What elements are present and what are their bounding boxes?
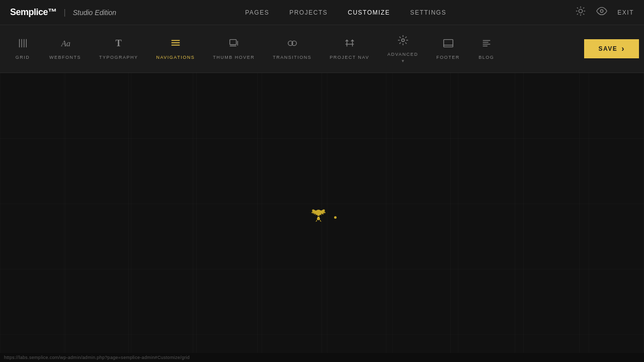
project-nav-label: PROJECT NAV <box>330 55 369 60</box>
save-arrow-icon: › <box>621 44 625 53</box>
toolbar-navigations[interactable]: NAVIGATIONS <box>147 34 204 64</box>
top-navigation: Semplice™ | Studio Edition PAGES PROJECT… <box>0 0 644 25</box>
logo-separator: | <box>64 8 66 17</box>
bg-col-10 <box>580 73 644 362</box>
thumb-hover-label: THUMB HOVER <box>213 55 255 60</box>
advanced-label: ADVANCED <box>387 52 418 57</box>
main-canvas <box>0 73 644 362</box>
nav-customize[interactable]: CUSTOMIZE <box>348 9 390 16</box>
svg-line-7 <box>577 14 578 15</box>
logo-area: Semplice™ | Studio Edition <box>10 7 116 18</box>
save-button[interactable]: SAVE › <box>584 39 639 58</box>
navigations-icon <box>170 38 181 51</box>
nav-settings[interactable]: SETTINGS <box>410 9 446 16</box>
transitions-label: TRANSITIONS <box>273 55 311 60</box>
toolbar-webfonts[interactable]: Aa WEBFONTS <box>40 34 90 64</box>
advanced-icon <box>397 35 409 48</box>
project-nav-icon <box>344 38 355 51</box>
blog-label: BLOG <box>478 55 494 60</box>
svg-point-9 <box>601 10 604 13</box>
eagle-icon <box>308 206 329 230</box>
nav-pages[interactable]: PAGES <box>245 9 269 16</box>
svg-rect-36 <box>443 40 452 47</box>
top-nav-right: EXIT <box>575 6 634 19</box>
svg-line-30 <box>399 36 400 38</box>
bg-col-1 <box>0 73 64 362</box>
bg-col-2 <box>64 73 129 362</box>
advanced-dropdown-arrow: ▼ <box>401 59 405 63</box>
svg-rect-19 <box>229 40 236 45</box>
sun-icon[interactable] <box>575 6 586 19</box>
save-label: SAVE <box>598 45 617 52</box>
bg-col-8 <box>451 73 515 362</box>
edition-label: Studio Edition <box>73 9 116 17</box>
transitions-icon <box>287 38 298 51</box>
bg-col-4 <box>193 73 258 362</box>
center-logo <box>308 206 337 230</box>
bg-col-3 <box>129 73 193 362</box>
bg-col-9 <box>515 73 580 362</box>
exit-button[interactable]: EXIT <box>617 9 634 16</box>
status-bar: https://labs.semplice.com/wp-admin/admin… <box>0 353 644 362</box>
footer-icon <box>443 38 454 51</box>
toolbar-advanced[interactable]: ADVANCED ▼ <box>378 31 427 67</box>
svg-text:Aa: Aa <box>60 39 70 48</box>
brand-logo: Semplice™ <box>10 7 57 18</box>
svg-line-31 <box>405 42 407 44</box>
grid-icon <box>17 38 28 51</box>
toolbar-thumb-hover[interactable]: THUMB HOVER <box>204 34 264 64</box>
svg-point-27 <box>401 39 405 42</box>
status-url: https://labs.semplice.com/wp-admin/admin… <box>4 355 190 360</box>
toolbar-project-nav[interactable]: PROJECT NAV <box>320 34 378 64</box>
bg-col-7 <box>386 73 451 362</box>
svg-line-35 <box>405 36 407 38</box>
loading-indicator <box>334 216 337 219</box>
svg-line-34 <box>399 42 400 44</box>
navigations-label: NAVIGATIONS <box>156 55 195 60</box>
typography-label: TYPOGRAPHY <box>99 55 138 60</box>
main-nav: PAGES PROJECTS CUSTOMIZE SETTINGS <box>245 9 446 16</box>
thumb-hover-icon <box>228 38 239 51</box>
toolbar-typography[interactable]: T TYPOGRAPHY <box>90 34 147 64</box>
webfonts-label: WEBFONTS <box>49 55 81 60</box>
customize-toolbar: GRID Aa WEBFONTS T TYPOGRAPHY NAVIGATION… <box>0 25 644 73</box>
svg-line-6 <box>584 14 585 15</box>
eye-icon[interactable] <box>596 6 607 19</box>
toolbar-grid[interactable]: GRID <box>5 34 40 64</box>
toolbar-transitions[interactable]: TRANSITIONS <box>264 34 320 64</box>
toolbar-footer[interactable]: FOOTER <box>427 34 469 64</box>
svg-line-8 <box>584 8 585 9</box>
nav-projects[interactable]: PROJECTS <box>289 9 328 16</box>
toolbar-blog[interactable]: BLOG <box>469 34 504 64</box>
webfonts-icon: Aa <box>60 38 71 51</box>
svg-point-0 <box>579 9 583 13</box>
svg-line-5 <box>577 8 578 9</box>
footer-label: FOOTER <box>436 55 460 60</box>
svg-text:T: T <box>115 38 121 48</box>
blog-icon <box>481 38 492 51</box>
typography-icon: T <box>113 38 124 51</box>
grid-label: GRID <box>16 55 30 60</box>
